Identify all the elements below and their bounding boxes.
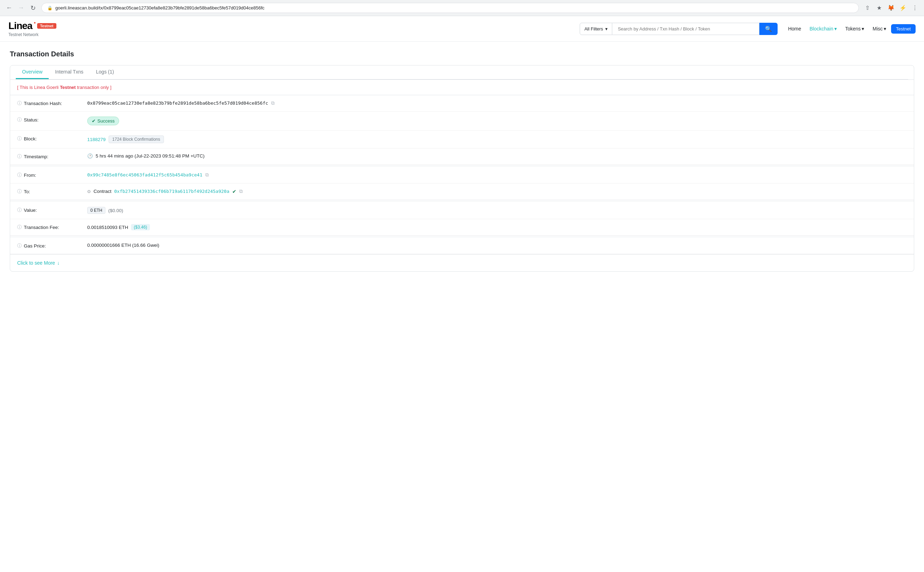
timestamp-value: 🕐 5 hrs 44 mins ago (Jul-22-2023 09:51:4… bbox=[87, 153, 907, 159]
gas-price-row: ⓘ Gas Price: 0.00000001666 ETH (16.66 Gw… bbox=[10, 238, 914, 254]
tab-overview[interactable]: Overview bbox=[16, 65, 49, 79]
testnet-alert: [ This is Linea Goerli Testnet transacti… bbox=[10, 80, 914, 95]
from-row: ⓘ From: 0x99c7485e8f6ec45063fad412f5c65b… bbox=[10, 167, 914, 183]
search-wrapper: All Filters ▾ 🔍 bbox=[580, 23, 777, 35]
tab-internal-txns[interactable]: Internal Txns bbox=[49, 65, 90, 79]
from-address-link[interactable]: 0x99c7485e8f6ec45063fad412f5c65b454ba9ce… bbox=[87, 172, 203, 177]
alert-prefix: [ This is Linea Goerli bbox=[17, 85, 60, 90]
value-value: 0 ETH ($0.00) bbox=[87, 207, 907, 214]
to-label: ⓘ To: bbox=[17, 188, 87, 194]
nav-home[interactable]: Home bbox=[785, 24, 804, 34]
block-row: ⓘ Block: 1188279 1724 Block Confirmation… bbox=[10, 131, 914, 148]
timestamp-row: ⓘ Timestamp: 🕐 5 hrs 44 mins ago (Jul-22… bbox=[10, 148, 914, 165]
reload-button[interactable]: ↻ bbox=[28, 3, 38, 13]
search-input[interactable] bbox=[612, 23, 759, 35]
misc-chevron-icon: ▾ bbox=[884, 26, 886, 31]
browser-chrome: ← → ↻ 🔒 goerli.lineascan.build/tx/0x8799… bbox=[0, 0, 924, 16]
from-value: 0x99c7485e8f6ec45063fad412f5c65b454ba9ce… bbox=[87, 172, 907, 178]
tx-fee-value: 0.0018510093 ETH ($3.46) bbox=[87, 224, 907, 230]
filter-dropdown[interactable]: All Filters ▾ bbox=[580, 23, 612, 35]
page-title: Transaction Details bbox=[10, 50, 914, 58]
alert-bold: Testnet bbox=[60, 85, 76, 90]
lock-icon: 🔒 bbox=[47, 6, 53, 11]
click-more-link[interactable]: Click to see More ↓ bbox=[10, 255, 914, 271]
nav-links: Home Blockchain ▾ Tokens ▾ Misc ▾ Testne… bbox=[785, 24, 916, 34]
browser-nav-buttons: ← → ↻ bbox=[4, 3, 38, 13]
tx-fee-row: ⓘ Transaction Fee: 0.0018510093 ETH ($3.… bbox=[10, 219, 914, 236]
gas-price-label: ⓘ Gas Price: bbox=[17, 242, 87, 249]
search-button[interactable]: 🔍 bbox=[759, 23, 778, 35]
header-right: All Filters ▾ 🔍 Home Blockchain ▾ Tokens… bbox=[580, 23, 916, 35]
nav-tokens[interactable]: Tokens ▾ bbox=[842, 24, 868, 34]
tx-hash-label: ⓘ Transaction Hash: bbox=[17, 100, 87, 106]
from-label: ⓘ From: bbox=[17, 172, 87, 178]
tabs: Overview Internal Txns Logs (1) bbox=[16, 65, 908, 79]
tx-fee-label: ⓘ Transaction Fee: bbox=[17, 224, 87, 230]
network-label: Testnet Network bbox=[8, 32, 56, 37]
alert-suffix: transaction only ] bbox=[76, 85, 111, 90]
share-button[interactable]: ⇧ bbox=[862, 3, 872, 13]
tx-fee-help-icon[interactable]: ⓘ bbox=[17, 224, 22, 230]
contract-icon: ⊙ bbox=[87, 189, 91, 194]
clock-icon: 🕐 bbox=[87, 153, 93, 159]
tab-logs[interactable]: Logs (1) bbox=[90, 65, 120, 79]
status-badge: ✔ Success bbox=[87, 117, 119, 125]
address-bar[interactable]: 🔒 goerli.lineascan.build/tx/0x8799eac05c… bbox=[41, 3, 859, 13]
eth-badge: 0 ETH bbox=[87, 207, 106, 214]
tabs-container: Overview Internal Txns Logs (1) [ This i… bbox=[10, 65, 914, 272]
filter-chevron-icon: ▾ bbox=[605, 26, 608, 31]
tx-fee-usd: ($3.46) bbox=[131, 224, 150, 230]
block-value: 1188279 1724 Block Confirmations bbox=[87, 135, 907, 143]
to-copy-button[interactable]: ⧉ bbox=[239, 188, 243, 194]
forward-button[interactable]: → bbox=[16, 3, 26, 13]
value-label: ⓘ Value: bbox=[17, 207, 87, 213]
from-help-icon[interactable]: ⓘ bbox=[17, 172, 22, 178]
back-button[interactable]: ← bbox=[4, 3, 14, 13]
bookmark-button[interactable]: ★ bbox=[874, 3, 884, 13]
value-help-icon[interactable]: ⓘ bbox=[17, 207, 22, 213]
from-copy-button[interactable]: ⧉ bbox=[205, 172, 209, 178]
tx-hash-copy-button[interactable]: ⧉ bbox=[271, 100, 274, 106]
status-label: ⓘ Status: bbox=[17, 117, 87, 123]
arrow-down-icon: ↓ bbox=[57, 260, 59, 266]
menu-button[interactable]: ⋮ bbox=[910, 3, 920, 13]
logo-text: Linea bbox=[8, 20, 32, 31]
to-address-link[interactable]: 0xfb27451439336cf06b719a6117bf492d245a92… bbox=[114, 189, 229, 194]
gas-price-help-icon[interactable]: ⓘ bbox=[17, 242, 22, 249]
nav-misc[interactable]: Misc ▾ bbox=[869, 24, 890, 34]
tabs-header: Overview Internal Txns Logs (1) bbox=[10, 65, 914, 80]
transaction-hash-row: ⓘ Transaction Hash: 0x8799eac05cae12730e… bbox=[10, 95, 914, 112]
value-row: ⓘ Value: 0 ETH ($0.00) bbox=[10, 202, 914, 219]
tx-fee-eth: 0.0018510093 ETH bbox=[87, 225, 128, 230]
status-value: ✔ Success bbox=[87, 117, 907, 125]
tx-hash-value: 0x8799eac05cae12730efa8e823b79bfe2891de5… bbox=[87, 100, 907, 106]
to-help-icon[interactable]: ⓘ bbox=[17, 188, 22, 194]
nav-blockchain[interactable]: Blockchain ▾ bbox=[806, 24, 840, 34]
page-wrapper: Linea ● Testnet Testnet Network All Filt… bbox=[0, 16, 924, 572]
verified-icon: ✔ bbox=[232, 189, 237, 194]
filter-label: All Filters bbox=[584, 26, 603, 31]
testnet-badge: Testnet bbox=[37, 23, 56, 29]
timestamp-label: ⓘ Timestamp: bbox=[17, 153, 87, 160]
extensions-button[interactable]: ⚡ bbox=[898, 3, 908, 13]
value-usd: ($0.00) bbox=[108, 208, 123, 213]
block-number-link[interactable]: 1188279 bbox=[87, 137, 106, 142]
status-help-icon[interactable]: ⓘ bbox=[17, 117, 22, 123]
blockchain-chevron-icon: ▾ bbox=[834, 26, 837, 31]
logo-dot: ● bbox=[34, 21, 36, 25]
timestamp-help-icon[interactable]: ⓘ bbox=[17, 153, 22, 160]
site-header: Linea ● Testnet Testnet Network All Filt… bbox=[0, 16, 924, 42]
gas-price-value: 0.00000001666 ETH (16.66 Gwei) bbox=[87, 242, 907, 248]
logo-container: Linea ● Testnet Testnet Network bbox=[8, 20, 56, 37]
to-value: ⊙ Contract 0xfb27451439336cf06b719a6117b… bbox=[87, 188, 907, 194]
block-label: ⓘ Block: bbox=[17, 135, 87, 142]
main-content: Transaction Details Overview Internal Tx… bbox=[0, 42, 924, 280]
tx-hash-help-icon[interactable]: ⓘ bbox=[17, 100, 22, 106]
block-help-icon[interactable]: ⓘ bbox=[17, 135, 22, 142]
testnet-button[interactable]: Testnet bbox=[891, 24, 916, 34]
success-check-icon: ✔ bbox=[92, 118, 96, 124]
status-row: ⓘ Status: ✔ Success bbox=[10, 112, 914, 131]
extension-fox-button[interactable]: 🦊 bbox=[886, 3, 896, 13]
tx-hash-text: 0x8799eac05cae12730efa8e823b79bfe2891de5… bbox=[87, 101, 268, 106]
to-row: ⓘ To: ⊙ Contract 0xfb27451439336cf06b719… bbox=[10, 183, 914, 200]
